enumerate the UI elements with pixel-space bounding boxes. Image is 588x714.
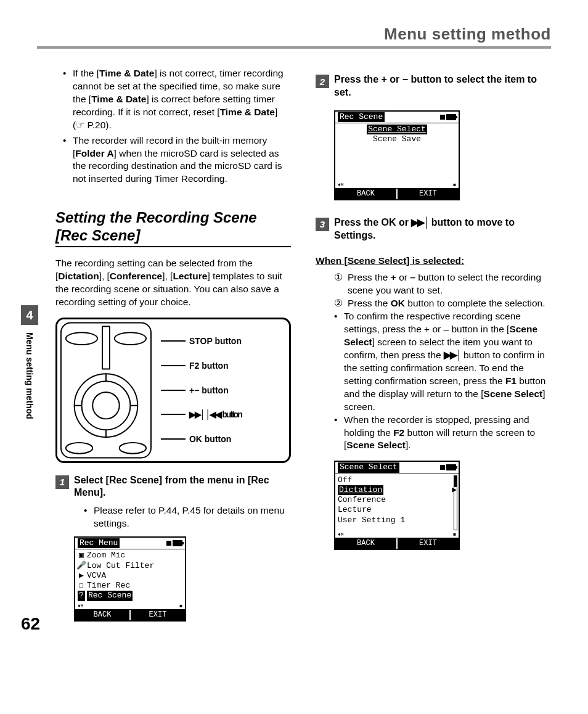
lcd3-selected: Dictation	[338, 485, 383, 495]
lcd-rec-scene: Rec Scene Scene Select Scene Save ♦M■ BA…	[334, 110, 460, 200]
label-ok-button: OK button	[161, 434, 283, 444]
circled-2-icon: ②	[334, 297, 343, 310]
circled-step-1: ① Press the + or – button to select the …	[334, 271, 551, 297]
svg-point-1	[66, 332, 97, 345]
label-plus-minus-button: +− button	[161, 385, 283, 395]
lcd2-title: Rec Scene	[338, 112, 385, 122]
lcd2-selected: Scene Select	[367, 125, 427, 134]
step-2-badge: 2	[316, 75, 329, 88]
circled-1-icon: ①	[334, 271, 343, 284]
step-3-text: Press the OK or ▶▶│ button to move to Se…	[334, 216, 551, 242]
lcd1-item-1: Low Cut Filter	[87, 561, 154, 571]
lcd3-softkey-exit: EXIT	[396, 538, 459, 549]
header-rule	[37, 46, 551, 49]
lcd2-softkey-back: BACK	[335, 189, 396, 199]
lcd1-item-0: Zoom Mic	[87, 551, 125, 560]
step-3-badge: 3	[316, 218, 329, 231]
left-column: If the [Time & Date] is not correct, tim…	[37, 67, 291, 628]
lcd1-softkey-exit: EXIT	[129, 610, 185, 620]
svg-point-2	[115, 332, 146, 345]
note-folder-a: The recorder will record in the built-in…	[63, 134, 291, 186]
lcd1-item-3: Timer Rec	[87, 581, 130, 591]
svg-rect-3	[102, 326, 110, 369]
chapter-number: 4	[21, 305, 38, 325]
lcd3-item-lecture: Lecture	[338, 505, 372, 515]
lcd1-selected: Rec Scene	[87, 591, 133, 601]
step-1-text: Select [Rec Scene] from the menu in [Rec…	[74, 474, 291, 500]
svg-point-11	[66, 442, 92, 453]
scrollbar	[454, 475, 457, 530]
when-heading: When [Scene Select] is selected:	[316, 255, 551, 266]
page-number: 62	[21, 614, 40, 634]
lcd3-softkey-back: BACK	[335, 538, 396, 549]
lcd1-item-2: VCVA	[87, 571, 106, 581]
bullet-confirm: To confirm the respective recording scen…	[334, 310, 551, 413]
page-header-title: Menu setting method	[37, 25, 551, 44]
step-1-note: Please refer to P.44, P.45 for details o…	[84, 504, 291, 530]
circled-step-2: ② Press the OK button to complete the se…	[334, 297, 551, 310]
label-seek-buttons: ▶▶│ │◀◀ button	[161, 409, 283, 419]
section-heading-rec-scene: Setting the Recording Scene [Rec Scene]	[55, 209, 291, 247]
side-tab: 4 Menu setting method	[21, 305, 38, 419]
device-diagram: STOP button F2 button +− button ▶▶│ │◀◀ …	[55, 318, 291, 463]
battery-icon	[166, 538, 182, 548]
ffwd-icon: ▶▶│	[444, 350, 461, 360]
svg-point-6	[92, 392, 119, 419]
lcd-scene-select: Scene Select Off Dictation▶ Conference L…	[334, 461, 460, 549]
lcd3-item-off: Off	[338, 475, 352, 485]
battery-icon	[440, 462, 456, 472]
lcd-rec-menu: Rec Menu ▣Zoom Mic 🎤Low Cut Filter ▶VCVA…	[74, 536, 186, 622]
lcd2-item: Scene Save	[373, 134, 421, 144]
device-outline-drawing	[57, 319, 155, 461]
svg-point-12	[120, 442, 146, 453]
label-f2-button: F2 button	[161, 361, 283, 371]
battery-icon	[440, 112, 456, 122]
label-stop-button: STOP button	[161, 336, 283, 346]
chapter-label: Menu setting method	[25, 332, 35, 419]
note-time-date: If the [Time & Date] is not correct, tim…	[63, 67, 291, 132]
bullet-f2: When the recorder is stopped, pressing a…	[334, 414, 551, 453]
right-arrow-icon: ▶	[452, 485, 457, 495]
lcd1-title: Rec Menu	[78, 538, 120, 548]
lcd1-softkey-back: BACK	[75, 610, 129, 620]
lcd3-item-conference: Conference	[338, 495, 386, 505]
step-1-badge: 1	[55, 475, 69, 489]
ffwd-icon: ▶▶│	[411, 217, 428, 228]
lcd2-softkey-exit: EXIT	[396, 189, 459, 199]
lcd3-title: Scene Select	[338, 462, 399, 472]
right-column: 2 Press the + or − button to select the …	[316, 67, 551, 628]
intro-paragraph: The recording setting can be selected fr…	[55, 257, 291, 309]
step-2-text: Press the + or − button to select the it…	[334, 73, 551, 99]
lcd3-item-user1: User Setting 1	[338, 515, 405, 525]
